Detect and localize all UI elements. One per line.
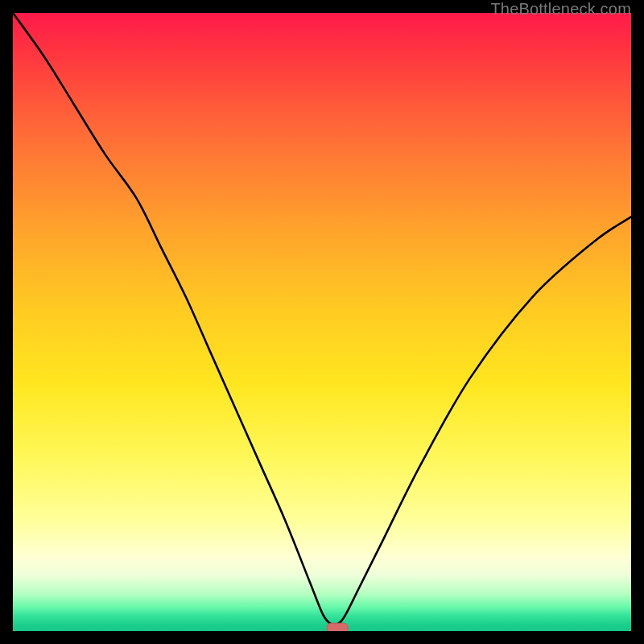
chart-frame: TheBottleneck.com xyxy=(0,0,644,644)
minimum-marker xyxy=(327,623,348,631)
bottleneck-curve-line xyxy=(13,13,631,625)
plot-area xyxy=(13,13,631,631)
bottleneck-curve-svg xyxy=(13,13,631,631)
attribution-text: TheBottleneck.com xyxy=(490,0,631,19)
